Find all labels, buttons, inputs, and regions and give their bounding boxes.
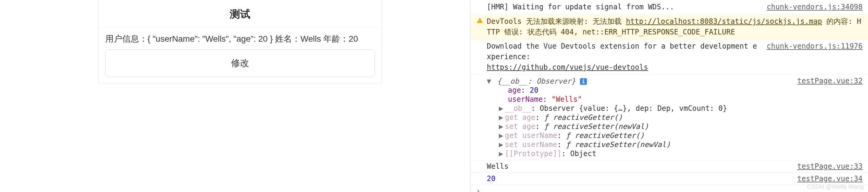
log-source-link[interactable]: chunk-vendors.js:11976 [757, 41, 863, 52]
object-internal[interactable]: ▶set userName: ƒ reactiveSetter(newVal) [487, 140, 863, 149]
console-prompt[interactable]: › [470, 185, 868, 192]
warning-icon [473, 16, 487, 27]
chevron-right-icon[interactable]: ▶ [499, 149, 505, 158]
modify-button[interactable]: 修改 [105, 50, 375, 77]
console-log-row[interactable]: 20testPage.vue:34 [470, 173, 868, 185]
object-property[interactable]: age: 20 [487, 86, 863, 95]
mobile-preview-pane: 测试 用户信息：{ "userName": "Wells", "age": 20… [0, 0, 470, 192]
log-message: 20 [487, 174, 797, 183]
console-log-row[interactable]: Download the Vue Devtools extension for … [470, 39, 868, 75]
log-message: [HMR] Waiting for update signal from WDS… [487, 2, 757, 12]
console-log-row[interactable]: WellstestPage.vue:33 [470, 160, 868, 173]
chevron-right-icon[interactable]: ▶ [499, 113, 505, 122]
console-log-row[interactable]: [HMR] Waiting for update signal from WDS… [470, 0, 868, 15]
chevron-right-icon[interactable]: ▶ [499, 140, 505, 149]
user-info-text: 用户信息：{ "userName": "Wells", "age": 20 } … [105, 33, 375, 45]
object-internal[interactable]: ▶set age: ƒ reactiveSetter(newVal) [487, 122, 863, 131]
page-title: 测试 [99, 7, 381, 21]
device-frame: 测试 用户信息：{ "userName": "Wells", "age": 20… [98, 0, 382, 83]
object-internal[interactable]: ▶get age: ƒ reactiveGetter() [487, 113, 863, 122]
log-message: Download the Vue Devtools extension for … [487, 41, 757, 73]
chevron-right-icon[interactable]: ▶ [499, 122, 505, 131]
object-internal[interactable]: ▶__ob__: Observer {value: {…}, dep: Dep,… [487, 104, 863, 113]
chevron-right-icon[interactable]: ▶ [499, 104, 505, 113]
object-internal[interactable]: ▶get userName: ƒ reactiveGetter() [487, 131, 863, 140]
info-icon[interactable]: i [580, 78, 587, 85]
log-source-link[interactable]: testPage.vue:34 [797, 174, 863, 183]
devtools-console: [HMR] Waiting for update signal from WDS… [470, 0, 868, 192]
chevron-down-icon[interactable]: ▼ [487, 77, 493, 85]
console-object-row[interactable]: testPage.vue:32 ▼ {__ob__: Observer} i a… [470, 75, 868, 160]
sourcemap-url-link[interactable]: http://localhost:8083/static/js/sockjs.j… [626, 17, 822, 26]
log-source-link[interactable]: chunk-vendors.js:34098 [757, 2, 863, 12]
log-message: DevTools 无法加载来源映射: 无法加载 http://localhost… [487, 16, 863, 37]
console-warn-row[interactable]: DevTools 无法加载来源映射: 无法加载 http://localhost… [470, 15, 868, 39]
object-internal[interactable]: ▶[[Prototype]]: Object [487, 149, 863, 158]
vue-devtools-link[interactable]: https://github.com/vuejs/vue-devtools [487, 63, 648, 72]
log-message: Wells [487, 162, 797, 170]
device-body: 用户信息：{ "userName": "Wells", "age": 20 } … [99, 27, 381, 83]
log-source-link[interactable]: testPage.vue:32 [797, 77, 863, 85]
log-source-link[interactable]: testPage.vue:33 [797, 162, 863, 170]
object-tree[interactable]: ▼ {__ob__: Observer} i age: 20userName: … [487, 77, 863, 158]
object-property[interactable]: userName: "Wells" [487, 95, 863, 104]
chevron-right-icon[interactable]: ▶ [499, 131, 505, 140]
device-header: 测试 [99, 0, 381, 27]
